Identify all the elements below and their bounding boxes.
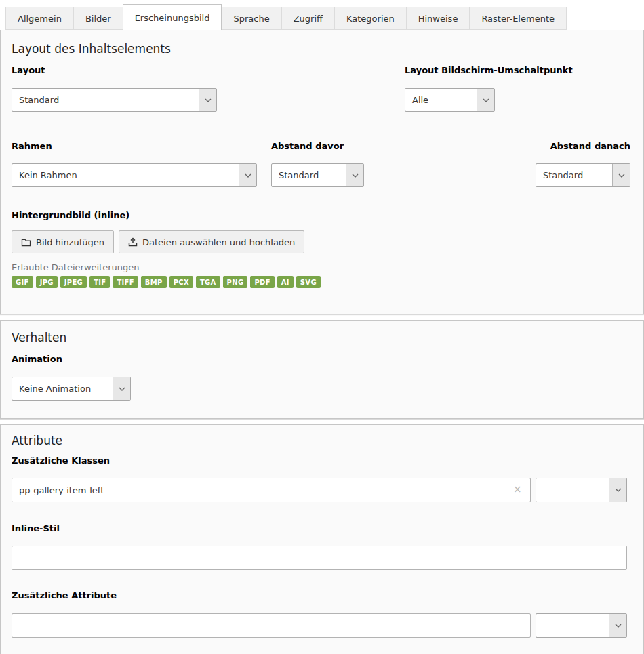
chevron-down-icon	[199, 89, 216, 111]
frame-select[interactable]: Kein Rahmen	[12, 163, 257, 187]
extension-badge: BMP	[141, 276, 167, 288]
frame-label: Rahmen	[12, 141, 257, 152]
extension-badge: TGA	[196, 276, 220, 288]
classes-input[interactable]	[12, 478, 531, 502]
panel-behaviour: Verhalten Animation Keine Animation	[0, 320, 644, 419]
layout-select-value: Standard	[12, 89, 199, 111]
content-element-edit-form: Allgemein Bilder Erscheinungsbild Sprach…	[0, 0, 644, 654]
extra-attributes-select[interactable]	[536, 613, 627, 638]
space-before-label: Abstand davor	[271, 141, 380, 152]
extra-attributes-row	[12, 613, 632, 638]
layout-field: Layout Standard	[12, 65, 217, 112]
folder-icon	[21, 238, 31, 247]
extra-attributes-label: Zusätzliche Attribute	[12, 590, 632, 601]
extension-badge: TIF	[89, 276, 110, 288]
upload-files-button-label: Dateien auswählen und hochladen	[142, 237, 295, 247]
chevron-down-icon	[239, 164, 256, 186]
chevron-down-icon	[346, 164, 363, 186]
background-image-buttons: Bild hinzufügen Dateien auswählen und ho…	[12, 230, 632, 253]
extension-badge: AI	[277, 276, 294, 288]
section-title-layout: Layout des Inhaltselements	[12, 41, 632, 56]
space-after-select[interactable]: Standard	[536, 163, 630, 187]
extension-badge: GIF	[12, 276, 33, 288]
extension-badge: PDF	[250, 276, 274, 288]
breakpoint-select-value: Alle	[405, 89, 477, 111]
animation-select-value: Keine Animation	[12, 377, 113, 400]
tab-bar: Allgemein Bilder Erscheinungsbild Sprach…	[0, 7, 644, 30]
breakpoint-field: Layout Bildschirm-Umschaltpunkt Alle	[405, 65, 601, 112]
add-image-button[interactable]: Bild hinzufügen	[12, 230, 114, 253]
tab-sprache[interactable]: Sprache	[221, 7, 281, 30]
chevron-down-icon	[612, 164, 630, 186]
tab-erscheinungsbild[interactable]: Erscheinungsbild	[123, 4, 222, 30]
upload-files-button[interactable]: Dateien auswählen und hochladen	[119, 230, 304, 253]
classes-select-value	[536, 478, 609, 502]
tab-bilder[interactable]: Bilder	[73, 7, 123, 30]
space-before-select-value: Standard	[272, 164, 346, 186]
section-title-behaviour: Verhalten	[12, 330, 632, 345]
extension-badge: TIFF	[113, 276, 138, 288]
tab-allgemein[interactable]: Allgemein	[5, 7, 74, 30]
tab-hinweise[interactable]: Hinweise	[406, 7, 470, 30]
panel-attributes: Attribute Zusätzliche Klassen × Inline-S…	[0, 424, 644, 654]
breakpoint-label: Layout Bildschirm-Umschaltpunkt	[405, 65, 601, 76]
chevron-down-icon	[609, 614, 626, 637]
panel-layout: Layout des Inhaltselements Layout Standa…	[0, 30, 644, 314]
chevron-down-icon	[113, 377, 130, 400]
layout-label: Layout	[12, 65, 217, 76]
row-layout: Layout Standard Layout Bildschirm-Umscha…	[12, 65, 632, 133]
extra-attributes-select-value	[536, 614, 609, 637]
clear-icon[interactable]: ×	[513, 485, 522, 495]
inline-style-input[interactable]	[12, 546, 627, 570]
section-title-attributes: Attribute	[12, 433, 632, 448]
tab-zugriff[interactable]: Zugriff	[281, 7, 335, 30]
layout-select[interactable]: Standard	[12, 88, 217, 112]
frame-select-value: Kein Rahmen	[12, 164, 239, 186]
space-before-field: Abstand davor Standard	[271, 141, 380, 187]
extension-badge: SVG	[296, 276, 321, 288]
chevron-down-icon	[477, 89, 494, 111]
inline-style-row	[12, 546, 632, 570]
space-before-select[interactable]: Standard	[271, 163, 364, 187]
chevron-down-icon	[609, 478, 626, 502]
classes-row: ×	[12, 478, 632, 502]
space-after-select-value: Standard	[536, 164, 612, 186]
classes-label: Zusätzliche Klassen	[12, 455, 632, 466]
frame-field: Rahmen Kein Rahmen	[12, 141, 257, 187]
add-image-button-label: Bild hinzufügen	[36, 237, 104, 247]
extension-badge: JPEG	[60, 276, 87, 288]
background-image-label: Hintergrundbild (inline)	[12, 210, 632, 221]
extension-badge: PCX	[169, 276, 193, 288]
extension-badge: JPG	[36, 276, 58, 288]
extension-badge: PNG	[223, 276, 248, 288]
row-frame-spacing: Rahmen Kein Rahmen Abstand davor Standar…	[12, 141, 632, 199]
tab-raster-elemente[interactable]: Raster-Elemente	[469, 7, 567, 30]
classes-select[interactable]	[536, 478, 627, 502]
animation-select[interactable]: Keine Animation	[12, 377, 131, 401]
inline-style-label: Inline-Stil	[12, 523, 632, 534]
animation-label: Animation	[12, 354, 632, 365]
extra-attributes-input[interactable]	[12, 613, 531, 638]
breakpoint-select[interactable]: Alle	[405, 88, 495, 112]
upload-icon	[128, 237, 138, 247]
allowed-extensions-badges: GIF JPG JPEG TIF TIFF BMP PCX TGA PNG PD…	[12, 276, 632, 288]
space-after-field: Abstand danach Standard	[529, 141, 630, 187]
allowed-extensions-label: Erlaubte Dateierweiterungen	[12, 262, 632, 272]
tab-kategorien[interactable]: Kategorien	[334, 7, 407, 30]
space-after-label: Abstand danach	[529, 141, 630, 152]
